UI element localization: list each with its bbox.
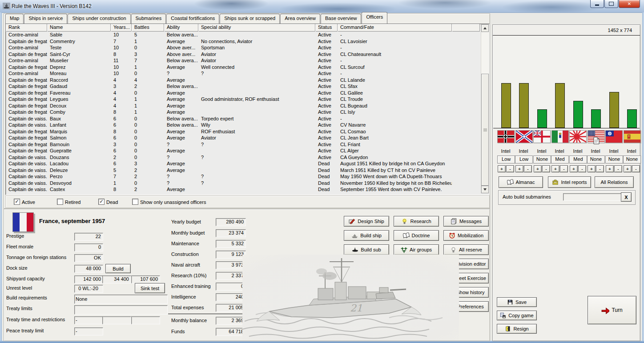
tab-coastal-fortifications[interactable]: Coastal fortifications [166, 14, 219, 24]
table-row[interactable]: Capitain de fregateBarnouin30??ActiveCL … [6, 141, 489, 148]
table-row[interactable]: Capitain de fregateGadaud32Below avera..… [6, 83, 489, 90]
intel-decrease-china[interactable]: - [614, 165, 622, 172]
table-row[interactable]: Contre-amiralMoreau100??Active- [6, 70, 489, 77]
tab-area-overview[interactable]: Area overview [280, 14, 320, 24]
table-row[interactable]: Capitain de fregateMarquis80AverageROF e… [6, 128, 489, 135]
intel-decrease-united-states[interactable]: - [596, 165, 604, 172]
tab-officers[interactable]: Officers [362, 12, 387, 24]
table-row[interactable]: Capitain de fregateSalmon60AverageAviato… [6, 135, 489, 141]
table-row[interactable]: Capitain de vaiss...Lacadou63AverageDead… [6, 160, 489, 167]
table-row[interactable]: Capitain de vaiss...Lanfant60Below avera… [6, 122, 489, 128]
flag-italy[interactable] [551, 130, 569, 143]
intel-increase-japan[interactable]: + [570, 165, 578, 172]
scroll-up-button[interactable] [481, 24, 489, 32]
table-row[interactable]: Contre-amiralSable105Below avera...Activ… [6, 32, 489, 38]
intel-increase-italy[interactable]: + [551, 165, 559, 172]
column-header-years[interactable]: Years... [111, 24, 132, 32]
column-header-ability[interactable]: Ability [164, 24, 198, 32]
column-header-status[interactable]: Status [315, 24, 338, 32]
intel-decrease-russia[interactable]: - [524, 165, 532, 172]
table-row[interactable]: Capitain de vaiss...Perzo72??DeadMay 195… [6, 173, 489, 180]
scroll-down-button[interactable] [481, 186, 489, 193]
research-button[interactable]: Research [394, 216, 439, 227]
scrollbar-thumb[interactable] [481, 74, 489, 186]
flag-spain[interactable] [624, 130, 641, 143]
resign-button[interactable]: Resign [497, 324, 537, 334]
table-row[interactable]: Contre-amiralMuselier117Below avera...Av… [6, 57, 489, 64]
flag-united-kingdom[interactable] [533, 130, 551, 143]
all-relations-button[interactable]: All Relations [595, 176, 634, 188]
doctrine-button[interactable]: Doctrine [394, 230, 439, 241]
intel-increase-united-kingdom[interactable]: + [534, 165, 542, 172]
column-header-battles[interactable]: Battles [132, 24, 164, 32]
flag-russia[interactable] [515, 130, 533, 143]
intel-increase-germany[interactable]: + [498, 165, 506, 172]
flag-japan[interactable] [569, 130, 587, 143]
checkbox-dead[interactable]: ✓ [98, 199, 105, 205]
design-ship-button[interactable]: Design Ship [344, 216, 389, 227]
cell-rank: Capitain de fregate [6, 141, 47, 148]
cell-battles: 0 [132, 148, 164, 154]
tab-ships-in-service[interactable]: Ships in service [24, 14, 67, 24]
column-header-command-fate[interactable]: Command/Fate [338, 24, 452, 32]
checkbox-retired[interactable] [57, 199, 63, 205]
auto-build-field[interactable] [563, 193, 622, 201]
table-row[interactable]: Capitain de fregateLeygues41AverageGood … [6, 96, 489, 103]
air-groups-button[interactable]: Air groups [394, 244, 439, 255]
table-row[interactable]: Capitain de vaiss...Baux60Below avera...… [6, 116, 489, 122]
table-row[interactable]: Contre-amiralTeste100Above aver...Sports… [6, 44, 489, 51]
intel-decrease-spain[interactable]: - [632, 165, 640, 172]
table-row[interactable]: Capitain de fregateFavereau40AverageActi… [6, 90, 489, 96]
intel-increase-united-states[interactable]: + [588, 165, 596, 172]
table-row[interactable]: Capitain de fregateDecoux41AverageActive… [6, 103, 489, 109]
table-row[interactable]: Capitain de vaiss...Castex82AverageDeadS… [6, 186, 489, 193]
all-reserve-button[interactable]: All reserve [443, 244, 489, 255]
table-row[interactable]: Capitain de vaiss...Desvoyod10??DeadNove… [6, 180, 489, 187]
dock-size-button[interactable]: Build [105, 264, 131, 273]
maximize-button[interactable] [604, 0, 618, 8]
turn-button[interactable]: Turn [588, 296, 636, 324]
auto-build-clear-button[interactable]: X [621, 192, 632, 202]
build-requirements-value: None [74, 295, 168, 304]
unrest-button[interactable]: Sink test [135, 283, 165, 293]
checkbox-show-only-unassigned-officers[interactable] [132, 199, 138, 205]
tab-base-overview[interactable]: Base overview [321, 14, 362, 24]
intel-reports-button[interactable]: Intel reports [548, 176, 591, 188]
intel-increase-china[interactable]: + [606, 165, 614, 172]
intel-decrease-germany[interactable]: - [506, 165, 514, 172]
messages-button[interactable]: Messages [443, 216, 489, 227]
tab-ships-sunk-or-scrapped[interactable]: Ships sunk or scrapped [220, 14, 280, 24]
tab-map[interactable]: Map [5, 14, 24, 24]
column-header-name[interactable]: Name [47, 24, 111, 32]
table-row[interactable]: Capitain de fregateDeprez101AverageWell … [6, 64, 489, 71]
minimize-button[interactable] [590, 0, 604, 8]
flag-china[interactable] [605, 130, 623, 143]
flag-germany[interactable] [497, 130, 515, 143]
table-row[interactable]: Capitain de vaiss...Deleuze52AverageDead… [6, 167, 489, 174]
intel-increase-spain[interactable]: + [624, 165, 632, 172]
table-row[interactable]: Capitain de fregateCommentry71AverageNo … [6, 38, 489, 45]
tab-submarines[interactable]: Submarines [131, 14, 166, 24]
intel-decrease-united-kingdom[interactable]: - [542, 165, 550, 172]
close-button[interactable]: ✕ [619, 0, 640, 8]
table-row[interactable]: Capitain de fregateComby81AverageActiveC… [6, 109, 489, 116]
checkbox-active[interactable]: ✓ [14, 199, 20, 205]
intel-increase-russia[interactable]: + [515, 165, 523, 172]
cell-status: Active [315, 70, 338, 77]
table-row[interactable]: Capitain de vaiss...Douzans20??ActiveCA … [6, 154, 489, 161]
table-row[interactable]: Capitain de fregateGuepratte60AverageAct… [6, 148, 489, 154]
copy-game-button[interactable]: Copy game [497, 311, 537, 320]
tab-ships-under-construction[interactable]: Ships under construction [68, 14, 130, 24]
column-header-special-ability[interactable]: Special ability [198, 24, 315, 32]
almanac-button[interactable]: Almanac [499, 176, 543, 188]
table-row[interactable]: Capitain de fregateRaccord44AverageActiv… [6, 77, 489, 84]
table-row[interactable]: Capitain de fregateSaint-Cyr83Above aver… [6, 51, 489, 58]
column-header-rank[interactable]: Rank [6, 24, 47, 32]
intel-decrease-japan[interactable]: - [578, 165, 586, 172]
build-ship-button[interactable]: Build ship [344, 230, 389, 241]
table-scrollbar[interactable] [481, 24, 489, 193]
build-sub-button[interactable]: Build sub [344, 244, 389, 255]
mobilization-button[interactable]: Mobilization [443, 230, 489, 241]
save-button[interactable]: Save [497, 297, 537, 307]
intel-decrease-italy[interactable]: - [560, 165, 568, 172]
